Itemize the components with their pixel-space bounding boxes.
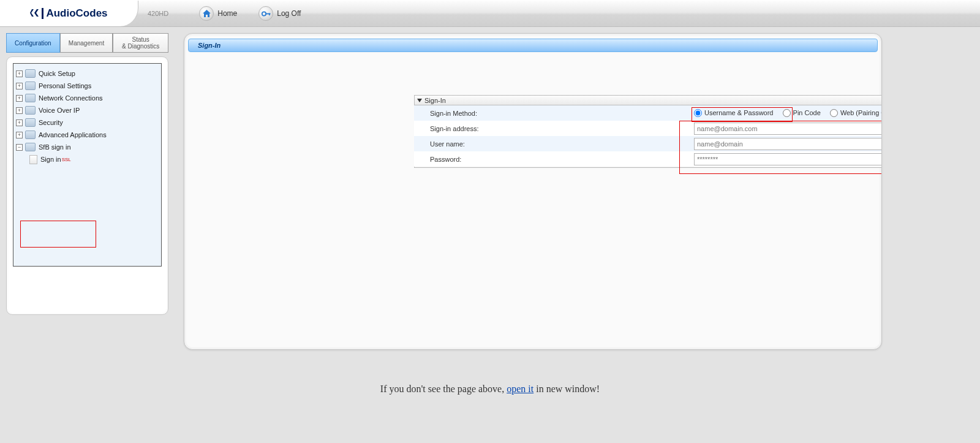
expand-icon[interactable]: + bbox=[16, 70, 23, 77]
tree-voice-over-ip[interactable]: +Voice Over IP bbox=[16, 104, 159, 116]
tree-network-connections[interactable]: +Network Connections bbox=[16, 92, 159, 104]
tab-configuration[interactable]: Configuration bbox=[6, 33, 60, 53]
section-header[interactable]: Sign-In bbox=[414, 95, 882, 105]
tab-status-diagnostics[interactable]: Status & Diagnostics bbox=[113, 33, 168, 53]
logoff-button[interactable]: Log Off bbox=[258, 6, 301, 21]
method-radios: Username & Password Pin Code Web (Pairin… bbox=[694, 105, 882, 121]
folder-icon bbox=[25, 118, 36, 127]
page-icon bbox=[29, 155, 37, 164]
sign-in-form: Sign-In Sign-in Method: Username & Passw… bbox=[414, 95, 882, 184]
tree-security[interactable]: +Security bbox=[16, 116, 159, 129]
folder-icon bbox=[25, 94, 36, 102]
tree-sign-in[interactable]: Sign inSSL bbox=[16, 153, 159, 165]
expand-icon[interactable]: + bbox=[16, 119, 23, 126]
label-password: Password: bbox=[414, 151, 694, 167]
form-table: Sign-in Method: Username & Password Pin … bbox=[414, 105, 882, 167]
expand-icon[interactable]: + bbox=[16, 132, 23, 138]
device-model: 420HD bbox=[148, 10, 168, 17]
folder-icon bbox=[25, 69, 36, 78]
folder-icon bbox=[25, 81, 36, 90]
brand-text: AudioCodes bbox=[46, 7, 107, 20]
sidebar-tabs: Configuration Management Status & Diagno… bbox=[6, 33, 168, 53]
tree-sfb-sign-in[interactable]: −SfB sign in bbox=[16, 141, 159, 153]
radio-pin-code[interactable]: Pin Code bbox=[783, 109, 821, 116]
top-toolbar: AudioCodes 420HD Home Log Off bbox=[0, 0, 980, 27]
tree-personal-settings[interactable]: +Personal Settings bbox=[16, 80, 159, 92]
logoff-label: Log Off bbox=[277, 9, 301, 18]
password-input[interactable] bbox=[694, 153, 882, 165]
key-icon bbox=[258, 6, 273, 21]
radio-username-password[interactable]: Username & Password bbox=[694, 109, 774, 116]
home-button[interactable]: Home bbox=[199, 6, 237, 21]
username-input[interactable] bbox=[694, 138, 882, 150]
chevron-down-icon bbox=[417, 99, 422, 102]
collapse-icon[interactable]: − bbox=[16, 144, 23, 151]
radio-web-pairing[interactable]: Web (Pairing Code) bbox=[830, 109, 882, 116]
radio-input-web-pairing[interactable] bbox=[830, 109, 838, 117]
expand-icon[interactable]: + bbox=[16, 83, 23, 89]
label-method: Sign-in Method: bbox=[414, 105, 694, 121]
folder-icon bbox=[25, 106, 36, 115]
sidebar: Configuration Management Status & Diagno… bbox=[6, 33, 168, 315]
sidebar-panel: +Quick Setup +Personal Settings +Network… bbox=[6, 56, 168, 315]
home-icon bbox=[199, 6, 214, 21]
expand-icon[interactable]: + bbox=[16, 95, 23, 102]
folder-icon bbox=[25, 131, 36, 139]
brand-logo: AudioCodes bbox=[0, 1, 138, 26]
svg-point-0 bbox=[262, 12, 266, 15]
content-title: Sign-In bbox=[188, 39, 878, 52]
content-panel: Sign-In Sign-In Sign-in Method: Username… bbox=[184, 33, 882, 350]
signin-address-input[interactable] bbox=[694, 123, 882, 135]
label-address: Sign-in address: bbox=[414, 121, 694, 136]
tree-advanced-applications[interactable]: +Advanced Applications bbox=[16, 129, 159, 141]
radio-input-username-password[interactable] bbox=[694, 109, 702, 117]
section-footer bbox=[414, 167, 882, 168]
nav-tree: +Quick Setup +Personal Settings +Network… bbox=[13, 63, 162, 267]
tree-quick-setup[interactable]: +Quick Setup bbox=[16, 67, 159, 80]
brand-mark-icon bbox=[30, 8, 43, 19]
label-username: User name: bbox=[414, 136, 694, 151]
radio-input-pin-code[interactable] bbox=[783, 109, 791, 117]
page-body: Configuration Management Status & Diagno… bbox=[0, 27, 980, 350]
open-new-window-link[interactable]: open it bbox=[507, 384, 533, 394]
ssl-badge: SSL bbox=[62, 157, 71, 162]
home-label: Home bbox=[217, 9, 237, 18]
folder-icon bbox=[25, 143, 36, 151]
footer-note: If you don't see the page above, open it… bbox=[0, 384, 980, 395]
expand-icon[interactable]: + bbox=[16, 107, 23, 114]
tab-management[interactable]: Management bbox=[60, 33, 113, 53]
content-wrap: Sign-In Sign-In Sign-in Method: Username… bbox=[184, 33, 974, 350]
svg-rect-2 bbox=[269, 13, 270, 15]
